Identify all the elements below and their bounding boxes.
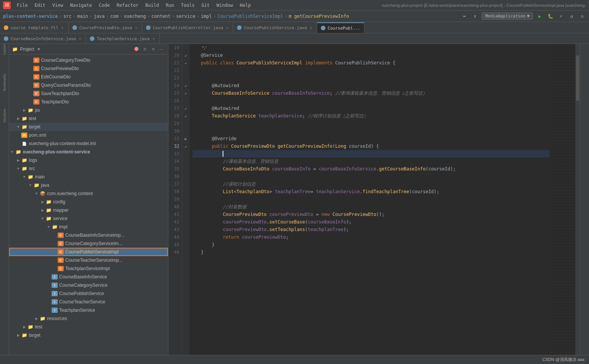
structure-icon[interactable]: Structure	[1, 112, 8, 120]
menu-code[interactable]: Code	[96, 2, 113, 9]
editor-content[interactable]: 19 20 21 22 23 24 25 26 27 28 29 30 31 3…	[168, 44, 580, 355]
tree-item[interactable]: ▶ 📁 mapper	[9, 206, 168, 214]
tree-item[interactable]: C SaveTeachplanDto	[9, 89, 168, 98]
tree-item[interactable]: C CourseCategoryServiceIm...	[9, 239, 168, 248]
back-button[interactable]: ⬅	[460, 12, 468, 20]
tree-item[interactable]: I CoursePublishService	[9, 289, 168, 298]
tab-close[interactable]: ×	[309, 25, 313, 30]
code-line-32: public CoursePreviewDto getCoursePreview…	[193, 142, 550, 150]
tree-item[interactable]: C CourseBaseInfoServiceImp...	[9, 231, 168, 239]
tab-close[interactable]: ×	[225, 25, 229, 30]
tree-item[interactable]: I TeachplanService	[9, 306, 168, 314]
tab-course-base-info-service[interactable]: CourseBaseInfoService.java ×	[0, 34, 86, 44]
editor-scrollbar-thumb[interactable]	[576, 55, 579, 101]
tree-item[interactable]: C CourseCategoryTreeDto	[9, 56, 168, 64]
tree-item[interactable]: I CourseCategoryService	[9, 281, 168, 289]
tab-course-publish-service[interactable]: CoursePublishService.java ×	[233, 22, 317, 33]
tab-course-publish-service-impl[interactable]: CoursePubl...	[317, 22, 364, 33]
tab-close[interactable]: ×	[152, 36, 155, 41]
line-num: 42	[168, 218, 179, 226]
code-content[interactable]: */ @Service public class CoursePublishSe…	[190, 44, 553, 355]
folder-icon: 📁	[21, 116, 27, 121]
tree-label: TeachplanServiceImpl	[65, 266, 110, 271]
tree-item-course-publish-service-impl[interactable]: C CoursePublishServiceImpl	[9, 248, 168, 256]
tree-item-service-root[interactable]: ▼ 📁 xuecheng-plus-content-service	[9, 148, 168, 156]
tree-item[interactable]: ▼ 📁 target	[9, 123, 168, 131]
settings-button[interactable]: ⚙	[578, 12, 586, 20]
tree-item[interactable]: ▶ 📁 test	[9, 114, 168, 123]
tree-item[interactable]: ▼ 📦 com.xuecheng.content	[9, 189, 168, 198]
refresh-button[interactable]: ↺	[568, 12, 575, 20]
tab-close[interactable]: ×	[78, 36, 82, 41]
tree-item[interactable]: ▶ 📁 test	[9, 323, 168, 331]
breadcrumb-class[interactable]: CoursePublishServiceImpl	[217, 14, 283, 19]
gutter-cell-orange: ▶	[182, 135, 190, 142]
menu-navigate[interactable]: Navigate	[67, 2, 95, 9]
run-config-dropdown[interactable]: ▼	[527, 14, 529, 19]
tree-item[interactable]: ▶ 📁 logs	[9, 156, 168, 164]
tab-label: TeachplanService.java	[97, 36, 149, 41]
tree-item[interactable]: 📄 xuecheng-plus-content-model.iml	[9, 139, 168, 148]
menu-run[interactable]: Run	[163, 2, 177, 9]
tree-item-impl[interactable]: ▼ 📁 impl	[9, 223, 168, 231]
run-config[interactable]: MediaApplication ▼	[482, 12, 533, 20]
code-line-43: coursePreviewDto.setTeachplans(teachplan…	[193, 226, 550, 233]
tab-close[interactable]: ×	[134, 25, 138, 30]
menu-file[interactable]: File	[14, 2, 31, 9]
debug-button[interactable]: 🐛	[547, 12, 554, 20]
tab-course-publish-controller[interactable]: CoursePublishController.java ×	[142, 22, 233, 33]
tree-item[interactable]: I CourseTeacherService	[9, 298, 168, 306]
project-panel-dropdown[interactable]: ▼	[36, 47, 41, 52]
tree-item[interactable]: ▼ 📁 src	[9, 164, 168, 173]
run-button[interactable]: ▶	[536, 12, 543, 20]
tree-item[interactable]: C EditCourseDto	[9, 73, 168, 81]
tree-arrow: ▼	[27, 182, 33, 188]
code-line-24: @Autowired	[193, 82, 550, 89]
editor-scrollbar[interactable]	[575, 44, 580, 355]
panel-options-btn[interactable]: ⚙	[150, 46, 157, 53]
tab-course-preview-dto[interactable]: CoursePreviewDto.java ×	[69, 22, 142, 33]
tree-item[interactable]: I CourseBaseInfoService	[9, 273, 168, 281]
tree-item[interactable]: C CoursePreviewDto	[9, 64, 168, 73]
menu-tools[interactable]: Tools	[178, 2, 198, 9]
file-icon-i: I	[52, 291, 58, 296]
line-num: 30	[168, 127, 179, 135]
profile-button[interactable]: ⚡	[557, 12, 565, 20]
tree-item[interactable]: ▶ 📁 resources	[9, 314, 168, 323]
tab-label: CoursePublishController.java	[153, 25, 223, 30]
menu-refactor[interactable]: Refactor	[113, 2, 141, 9]
tree-label: QueryCourseParamsDto	[41, 83, 91, 88]
gutter: ✔ ✔ ✔ ✔ ✔ ✔ ▶ ✔	[182, 44, 190, 355]
menu-help[interactable]: Help	[237, 2, 254, 9]
tree-item[interactable]: ▶ 📁 po	[9, 106, 168, 114]
folder-icon: 📁	[46, 216, 52, 221]
locate-file-btn[interactable]: 🎯	[133, 46, 140, 53]
menu-git[interactable]: Git	[198, 2, 213, 9]
tree-item[interactable]: C CourseTeacherServiceImp...	[9, 256, 168, 264]
menu-window[interactable]: Window	[214, 2, 236, 9]
tree-item[interactable]: ▼ 📁 java	[9, 181, 168, 189]
tab-course-template[interactable]: course_template.ftl ×	[0, 22, 69, 33]
tree-item[interactable]: C TeachplanDto	[9, 98, 168, 106]
tree-item[interactable]: C QueryCourseParamsDto	[9, 81, 168, 89]
tree-item[interactable]: ▶ 📁 config	[9, 198, 168, 206]
hide-panel-btn[interactable]: —	[158, 46, 165, 53]
tab-teachplan-service[interactable]: TeachplanService.java ×	[86, 34, 160, 44]
bookmarks-icon[interactable]: Bookmarks	[1, 79, 8, 86]
tree-item-service[interactable]: ▼ 📁 service	[9, 214, 168, 223]
gutter-cell-green: ✔	[182, 142, 190, 150]
code-line-26	[193, 97, 550, 105]
forward-button[interactable]: ⬆	[471, 12, 479, 20]
commit-icon[interactable]: Commit	[1, 45, 8, 53]
tab-close[interactable]: ×	[61, 25, 64, 30]
tree-item[interactable]: m pom.xml	[9, 131, 168, 139]
tree-item[interactable]: ▶ 📁 target	[9, 331, 168, 339]
tree-item[interactable]: ▼ 📁 main	[9, 173, 168, 181]
file-icon-m: m	[21, 133, 27, 138]
menu-edit[interactable]: Edit	[31, 2, 49, 9]
menu-build[interactable]: Build	[142, 2, 162, 9]
collapse-all-btn[interactable]: ⊟	[141, 46, 148, 53]
code-line-34: //课程基本信息、营销信息	[193, 158, 550, 165]
menu-view[interactable]: View	[49, 2, 66, 9]
tree-item[interactable]: C TeachplanServiceImpl	[9, 264, 168, 273]
